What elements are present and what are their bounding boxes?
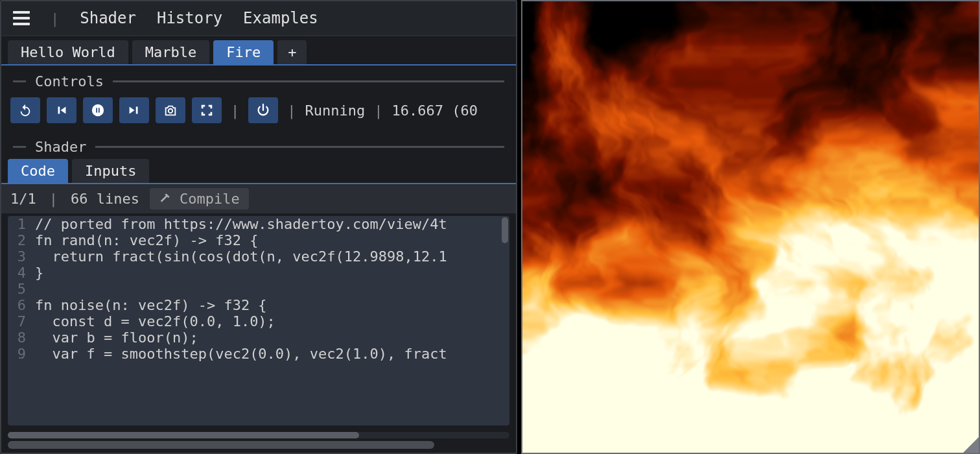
code-line[interactable]: 5 — [8, 281, 509, 297]
editor-horizontal-scrollbar[interactable] — [8, 432, 509, 438]
svg-rect-1 — [96, 108, 97, 112]
line-content[interactable]: var f = smoothstep(vec2(0.0), vec2(1.0),… — [35, 346, 447, 362]
menu-shader[interactable]: Shader — [80, 9, 136, 27]
tab-hello-world[interactable]: Hello World — [8, 40, 128, 64]
skip-forward-icon[interactable] — [119, 97, 149, 123]
editor-scrollbar-thumb[interactable] — [8, 432, 359, 438]
line-content[interactable]: // ported from https://www.shadertoy.com… — [35, 216, 447, 232]
code-line[interactable]: 7 const d = vec2f(0.0, 1.0); — [8, 313, 509, 329]
resize-handle-icon[interactable] — [963, 437, 979, 453]
project-tabs: Hello World Marble Fire + — [1, 36, 516, 66]
line-number: 9 — [8, 346, 35, 362]
code-line[interactable]: 4} — [8, 265, 509, 281]
control-separator-1: | — [228, 102, 242, 119]
code-editor[interactable]: 1// ported from https://www.shadertoy.co… — [8, 216, 509, 425]
page-indicator: 1/1 — [10, 191, 36, 207]
code-line[interactable]: 9 var f = smoothstep(vec2(0.0), vec2(1.0… — [8, 346, 509, 362]
line-content[interactable]: fn noise(n: vec2f) -> f32 { — [35, 297, 267, 313]
fullscreen-icon[interactable] — [192, 97, 222, 123]
tab-add-button[interactable]: + — [277, 40, 307, 64]
pause-icon[interactable] — [83, 97, 113, 123]
code-line[interactable]: 3 return fract(sin(cos(dot(n, vec2f(12.9… — [8, 248, 509, 265]
line-number: 3 — [8, 248, 35, 265]
line-content[interactable]: var b = floor(n); — [35, 329, 198, 346]
code-line[interactable]: 8 var b = floor(n); — [8, 329, 509, 346]
line-content[interactable]: } — [35, 265, 43, 281]
menu-examples[interactable]: Examples — [243, 9, 318, 27]
subtab-inputs[interactable]: Inputs — [72, 159, 149, 183]
rewind-history-icon[interactable] — [10, 97, 40, 123]
compile-button[interactable]: Compile — [150, 188, 249, 209]
power-icon[interactable] — [248, 97, 278, 123]
line-number: 6 — [8, 297, 35, 313]
code-toolbar: 1/1 | 66 lines Compile — [1, 184, 516, 213]
line-number: 1 — [8, 216, 35, 232]
hamburger-icon[interactable] — [13, 11, 30, 25]
section-controls-header: Controls — [1, 66, 516, 93]
line-number: 7 — [8, 313, 35, 329]
panel-scrollbar[interactable] — [8, 441, 509, 449]
svg-point-0 — [92, 104, 104, 116]
editor-vertical-scrollbar[interactable] — [502, 217, 508, 243]
tab-marble[interactable]: Marble — [132, 40, 209, 64]
preview-panel — [521, 0, 980, 454]
line-content[interactable]: return fract(sin(cos(dot(n, vec2f(12.989… — [35, 248, 447, 265]
svg-point-3 — [169, 109, 172, 113]
tab-fire[interactable]: Fire — [213, 40, 274, 64]
shader-preview[interactable] — [522, 1, 979, 453]
line-content[interactable]: const d = vec2f(0.0, 1.0); — [35, 313, 275, 329]
menu-history[interactable]: History — [157, 9, 222, 27]
line-number: 8 — [8, 329, 35, 346]
playback-controls: | | Running | 16.667 (60 — [1, 93, 516, 131]
section-shader-header: Shader — [1, 131, 516, 159]
line-number: 5 — [8, 281, 35, 297]
line-number: 4 — [8, 265, 35, 281]
shader-subtabs: Code Inputs — [1, 159, 516, 184]
panel-scrollbar-thumb[interactable] — [8, 441, 434, 449]
skip-back-icon[interactable] — [47, 97, 76, 123]
menu-separator: | — [51, 10, 59, 27]
code-line[interactable]: 6fn noise(n: vec2f) -> f32 { — [8, 297, 509, 313]
run-status: Running — [305, 102, 366, 119]
subtab-code[interactable]: Code — [8, 159, 68, 183]
control-separator-2: | — [285, 102, 298, 119]
compile-label: Compile — [180, 191, 240, 207]
line-count: 66 lines — [71, 191, 139, 207]
section-controls-label: Controls — [35, 73, 104, 90]
screenshot-icon[interactable] — [156, 97, 185, 123]
line-number: 2 — [8, 232, 35, 248]
toolbar-separator: | — [47, 191, 60, 207]
line-content[interactable]: fn rand(n: vec2f) -> f32 { — [35, 232, 258, 248]
frame-time: 16.667 (60 — [391, 102, 477, 119]
code-line[interactable]: 2fn rand(n: vec2f) -> f32 { — [8, 232, 509, 248]
section-shader-label: Shader — [35, 139, 86, 155]
svg-rect-2 — [99, 108, 100, 112]
control-separator-3: | — [371, 102, 385, 119]
hammer-icon — [159, 192, 173, 206]
editor-panel: | Shader History Examples Hello World Ma… — [0, 0, 517, 454]
code-line[interactable]: 1// ported from https://www.shadertoy.co… — [8, 216, 509, 232]
menubar: | Shader History Examples — [1, 1, 516, 36]
